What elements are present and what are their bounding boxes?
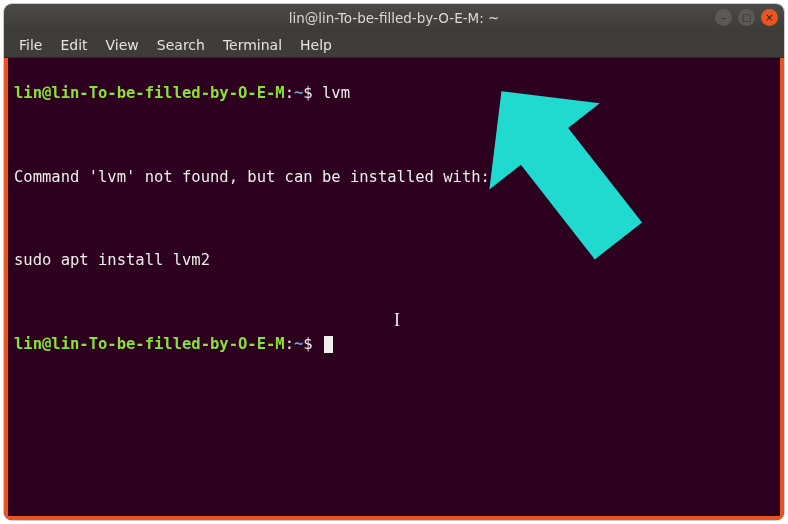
menu-terminal[interactable]: Terminal [214, 34, 291, 56]
menu-file[interactable]: File [10, 34, 51, 56]
terminal-window: lin@lin-To-be-filled-by-O-E-M: ~ – □ × F… [4, 4, 784, 520]
terminal-blank-line [14, 292, 774, 313]
maximize-icon: □ [742, 13, 751, 23]
titlebar[interactable]: lin@lin-To-be-filled-by-O-E-M: ~ – □ × [4, 4, 784, 32]
menu-search[interactable]: Search [148, 34, 214, 56]
maximize-button[interactable]: □ [738, 9, 755, 26]
minimize-button[interactable]: – [715, 9, 732, 26]
terminal-output: Command 'lvm' not found, but can be inst… [14, 167, 774, 188]
terminal-area[interactable]: lin@lin-To-be-filled-by-O-E-M:~$ lvm Com… [4, 58, 784, 520]
menu-help[interactable]: Help [291, 34, 341, 56]
command-text: lvm [322, 84, 350, 102]
close-button[interactable]: × [761, 9, 778, 26]
cursor-block [324, 336, 333, 353]
terminal-blank-line [14, 125, 774, 146]
prompt-path: ~ [294, 335, 303, 353]
minimize-icon: – [721, 13, 726, 23]
prompt-symbol: $ [303, 335, 312, 353]
prompt-user: lin@lin-To-be-filled-by-O-E-M [14, 84, 285, 102]
terminal-output: sudo apt install lvm2 [14, 250, 774, 271]
menu-view[interactable]: View [97, 34, 148, 56]
menu-edit[interactable]: Edit [51, 34, 96, 56]
prompt-separator: : [285, 84, 294, 102]
prompt-symbol: $ [303, 84, 312, 102]
prompt-user: lin@lin-To-be-filled-by-O-E-M [14, 335, 285, 353]
close-icon: × [765, 13, 773, 23]
prompt-path: ~ [294, 84, 303, 102]
window-title: lin@lin-To-be-filled-by-O-E-M: ~ [289, 10, 500, 26]
terminal-line: lin@lin-To-be-filled-by-O-E-M:~$ lvm [14, 83, 774, 104]
window-controls: – □ × [715, 9, 778, 26]
menubar: File Edit View Search Terminal Help [4, 32, 784, 58]
prompt-separator: : [285, 335, 294, 353]
terminal-blank-line [14, 208, 774, 229]
terminal-line: lin@lin-To-be-filled-by-O-E-M:~$ [14, 334, 774, 355]
